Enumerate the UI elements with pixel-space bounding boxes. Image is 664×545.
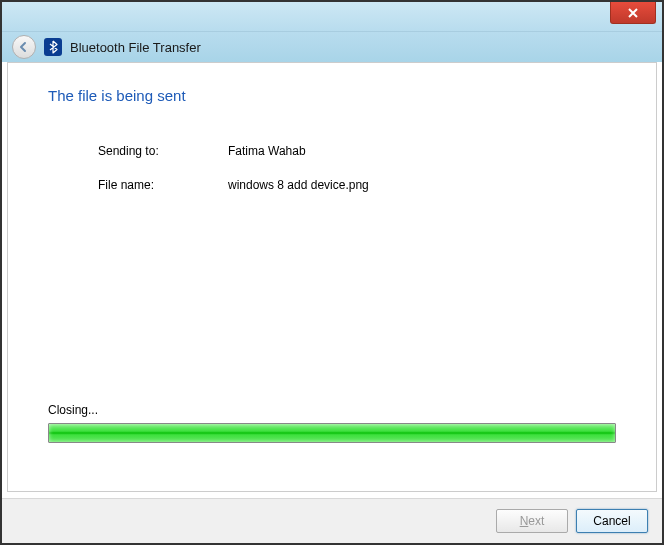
- sending-to-value: Fatima Wahab: [228, 144, 616, 158]
- content-area: The file is being sent Sending to: Fatim…: [7, 62, 657, 492]
- sending-to-label: Sending to:: [98, 144, 228, 158]
- titlebar: [2, 2, 662, 32]
- header-bar: Bluetooth File Transfer: [2, 32, 662, 62]
- window-title: Bluetooth File Transfer: [70, 40, 201, 55]
- bluetooth-icon: [44, 38, 62, 56]
- progress-bar: [48, 423, 616, 443]
- back-arrow-icon: [18, 41, 30, 53]
- sending-to-row: Sending to: Fatima Wahab: [48, 144, 616, 158]
- back-button[interactable]: [12, 35, 36, 59]
- cancel-button[interactable]: Cancel: [576, 509, 648, 533]
- next-button[interactable]: Next: [496, 509, 568, 533]
- close-icon: [628, 8, 638, 18]
- progress-status: Closing...: [48, 403, 616, 417]
- close-button[interactable]: [610, 2, 656, 24]
- progress-fill: [49, 424, 615, 442]
- progress-section: Closing...: [48, 403, 616, 443]
- page-heading: The file is being sent: [48, 87, 616, 104]
- file-name-value: windows 8 add device.png: [228, 178, 616, 192]
- footer-bar: Next Cancel: [2, 498, 662, 543]
- file-name-label: File name:: [98, 178, 228, 192]
- file-name-row: File name: windows 8 add device.png: [48, 178, 616, 192]
